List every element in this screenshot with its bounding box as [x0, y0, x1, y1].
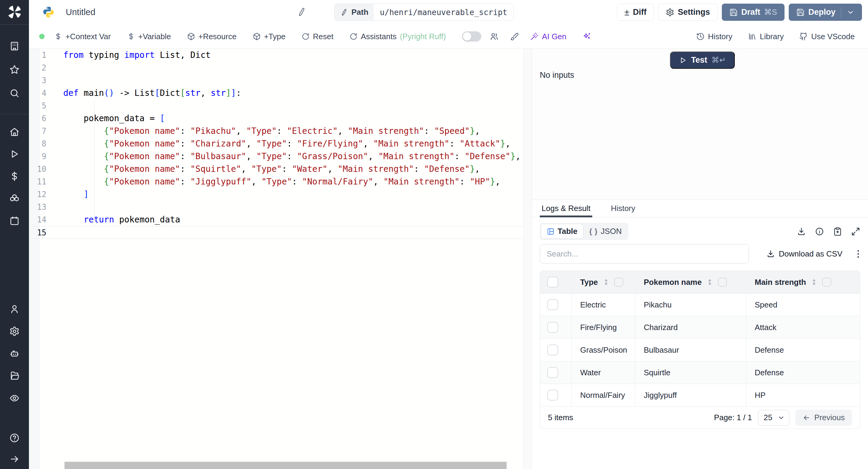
line-number[interactable]: 15	[29, 226, 63, 239]
editor-horizontal-scrollbar[interactable]	[64, 462, 507, 469]
folder-icon[interactable]	[9, 371, 20, 381]
editor-line[interactable]: 2	[29, 61, 523, 74]
deploy-dropdown[interactable]	[841, 7, 855, 18]
tab-logs-and-result[interactable]: Logs & Result	[540, 200, 592, 217]
table-more-menu[interactable]	[856, 249, 860, 259]
deploy-button[interactable]: Deploy	[789, 4, 862, 21]
previous-page-button[interactable]: Previous	[795, 410, 852, 426]
multiplayer-toggle[interactable]	[462, 31, 481, 41]
user-icon[interactable]	[9, 304, 20, 314]
test-run-button[interactable]: Test ⌘↵	[670, 52, 735, 69]
diff-button[interactable]: ± Diff	[617, 4, 654, 21]
column-filter-checkbox[interactable]	[614, 278, 623, 287]
settings-button[interactable]: Settings	[658, 4, 718, 21]
search-icon[interactable]	[9, 88, 20, 98]
editor-line[interactable]: 11 {"Pokemon name": "Jigglypuff", "Type"…	[29, 176, 523, 188]
row-checkbox[interactable]	[547, 277, 558, 287]
table-row[interactable]: Grass/PoisonBulbasaurDefense	[540, 339, 860, 362]
editor-line[interactable]: 7 {"Pokemon name": "Pikachu", "Type": "E…	[29, 125, 523, 137]
editor-line[interactable]: 3	[29, 74, 523, 87]
boxes-icon[interactable]	[9, 193, 20, 204]
tab-history[interactable]: History	[609, 200, 637, 217]
editor-line[interactable]: 10 {"Pokemon name": "Squirtle", "Type": …	[29, 163, 523, 176]
line-number[interactable]: 12	[29, 188, 63, 201]
row-checkbox[interactable]	[547, 367, 558, 378]
line-number[interactable]: 14	[29, 213, 63, 226]
copy-result-icon[interactable]	[833, 227, 842, 236]
script-path-field[interactable]: Path u/henri/maneuverable_script	[334, 4, 514, 21]
arrow-right-icon[interactable]	[9, 454, 20, 464]
draft-button[interactable]: Draft ⌘S	[722, 4, 784, 21]
panel-splitter[interactable]	[524, 49, 532, 469]
history-button[interactable]: History	[696, 32, 733, 41]
add-context-var-button[interactable]: +Context Var	[54, 32, 111, 41]
line-number[interactable]: 5	[29, 99, 63, 112]
column-filter-checkbox[interactable]	[718, 278, 727, 287]
star-icon[interactable]	[9, 64, 20, 75]
line-number[interactable]: 1	[29, 49, 63, 61]
ai-gen-button[interactable]: AI Gen	[530, 32, 566, 41]
line-number[interactable]: 2	[29, 61, 63, 74]
view-table-option[interactable]: Table	[541, 224, 583, 239]
editor-line[interactable]: 6 pokemon_data = [	[29, 112, 523, 125]
row-checkbox[interactable]	[547, 390, 558, 401]
bot-icon[interactable]	[9, 348, 20, 359]
view-json-option[interactable]: { } JSON	[584, 224, 627, 239]
dollar-icon[interactable]	[9, 171, 20, 182]
add-resource-button[interactable]: +Resource	[187, 32, 236, 41]
expand-result-icon[interactable]	[851, 227, 860, 236]
line-number[interactable]: 10	[29, 163, 63, 176]
ai-sparkles-button[interactable]	[583, 32, 591, 41]
calendar-icon[interactable]	[9, 216, 20, 226]
home-icon[interactable]	[9, 127, 20, 137]
line-number[interactable]: 8	[29, 137, 63, 150]
line-number[interactable]: 4	[29, 87, 63, 99]
table-row[interactable]: Fire/FlyingCharizardAttack	[540, 316, 860, 339]
help-icon[interactable]	[9, 433, 20, 443]
play-icon[interactable]	[9, 149, 20, 159]
sort-icon[interactable]	[810, 278, 818, 286]
page-size-select[interactable]: 25	[758, 410, 789, 426]
sort-icon[interactable]	[602, 278, 610, 286]
result-info-icon[interactable]	[815, 227, 824, 236]
line-number[interactable]: 3	[29, 74, 63, 87]
add-variable-button[interactable]: +Variable	[127, 32, 171, 41]
editor-line[interactable]: 1from typing import List, Dict	[29, 49, 523, 61]
table-row[interactable]: WaterSquirtleDefense	[540, 362, 860, 384]
table-row[interactable]: ElectricPikachuSpeed	[540, 293, 860, 316]
reset-button[interactable]: Reset	[302, 32, 333, 41]
add-type-button[interactable]: +Type	[253, 32, 286, 41]
assistants-button[interactable]: Assistants (Pyright Ruff)	[350, 32, 446, 41]
library-button[interactable]: Library	[748, 32, 784, 41]
editor-line[interactable]: 9 {"Pokemon name": "Bulbasaur", "Type": …	[29, 150, 523, 163]
gear-icon[interactable]	[9, 326, 20, 336]
line-number[interactable]: 6	[29, 112, 63, 125]
line-number[interactable]: 7	[29, 125, 63, 137]
eye-icon[interactable]	[9, 393, 20, 403]
line-number[interactable]: 13	[29, 201, 63, 213]
editor-line[interactable]: 15	[29, 226, 523, 239]
collaborators-button[interactable]	[490, 32, 499, 41]
editor-line[interactable]: 14 return pokemon_data	[29, 213, 523, 226]
line-number[interactable]: 11	[29, 176, 63, 188]
building-icon[interactable]	[9, 41, 20, 51]
row-checkbox[interactable]	[547, 299, 558, 310]
table-row[interactable]: Normal/FairyJigglypuffHP	[540, 384, 860, 406]
editor-line[interactable]: 13	[29, 201, 523, 213]
line-number[interactable]: 9	[29, 150, 63, 163]
editor-line[interactable]: 8 {"Pokemon name": "Charizard", "Type": …	[29, 137, 523, 150]
column-filter-checkbox[interactable]	[822, 278, 831, 287]
download-csv-button[interactable]: Download as CSV	[767, 249, 842, 259]
path-value[interactable]: u/henri/maneuverable_script	[374, 4, 513, 21]
row-checkbox[interactable]	[547, 322, 558, 333]
editor-line[interactable]: 12 ]	[29, 188, 523, 201]
editor-line[interactable]: 5	[29, 99, 523, 112]
editor-line[interactable]: 4def main() -> List[Dict[str, str]]:	[29, 87, 523, 99]
edit-summary-pencil-icon[interactable]	[297, 7, 306, 17]
sort-icon[interactable]	[706, 278, 714, 286]
format-brush-button[interactable]	[510, 32, 519, 41]
table-search-input[interactable]	[540, 244, 749, 263]
windmill-logo-icon[interactable]	[0, 4, 29, 20]
row-checkbox[interactable]	[547, 345, 558, 355]
code-editor[interactable]: 1from typing import List, Dict234def mai…	[29, 49, 524, 469]
